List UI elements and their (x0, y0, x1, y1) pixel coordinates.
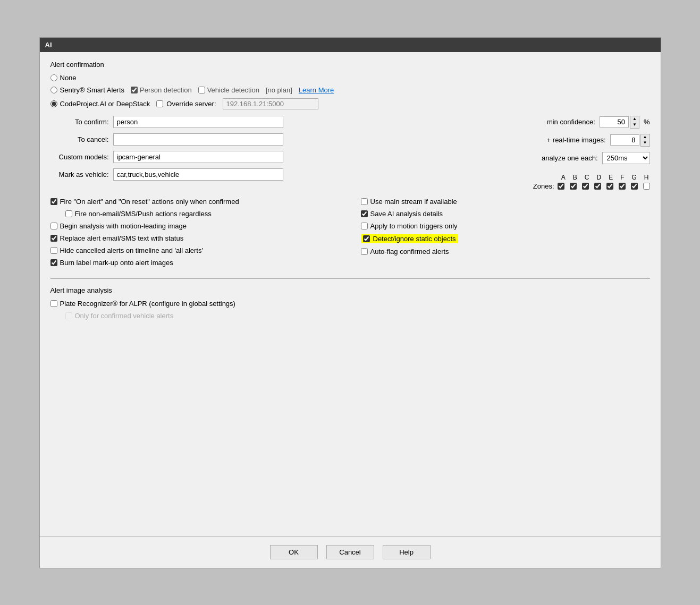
burn-label-row: Burn label mark-up onto alert images (50, 259, 340, 267)
custom-models-input[interactable] (113, 151, 283, 163)
override-server-label: Override server: (166, 100, 216, 108)
section-label-image: Alert image analysis (50, 286, 650, 294)
zone-g-checkbox[interactable] (631, 183, 638, 190)
fire-non-email-checkbox[interactable] (65, 210, 72, 217)
to-confirm-label: To confirm: (50, 118, 109, 126)
real-time-row: + real-time images: ▲ ▼ (361, 134, 650, 147)
codeproject-radio[interactable] (50, 100, 57, 107)
only-confirmed-text: Only for confirmed vehicle alerts (75, 312, 174, 320)
min-confidence-input[interactable] (600, 116, 629, 127)
begin-analysis-row: Begin analysis with motion-leading image (50, 222, 340, 230)
zone-letter-h: H (644, 174, 649, 181)
sentry-radio[interactable] (50, 87, 57, 93)
begin-analysis-label[interactable]: Begin analysis with motion-leading image (50, 222, 187, 230)
auto-flag-checkbox[interactable] (361, 248, 368, 255)
replace-alert-label[interactable]: Replace alert email/SMS text with status (50, 234, 184, 242)
mark-as-vehicle-input[interactable] (113, 168, 283, 181)
custom-models-row: Custom models: (50, 151, 340, 163)
zones-checkboxes (558, 183, 650, 190)
zone-letter-g: G (631, 174, 636, 181)
burn-label-label[interactable]: Burn label mark-up onto alert images (50, 259, 173, 267)
zone-a-checkbox[interactable] (558, 183, 564, 190)
detect-ignore-checkbox[interactable] (363, 235, 370, 242)
real-time-label: + real-time images: (547, 136, 606, 144)
real-time-spinner-buttons: ▲ ▼ (640, 134, 650, 147)
zone-letter-a: A (561, 174, 566, 181)
use-main-stream-checkbox[interactable] (361, 198, 368, 205)
detect-ignore-text: Detect/ignore static objects (373, 235, 456, 243)
to-cancel-input[interactable] (113, 133, 283, 146)
ok-button[interactable]: OK (270, 545, 318, 559)
fire-non-email-text: Fire non-email/SMS/Push actions regardle… (75, 210, 212, 218)
learn-more-link[interactable]: Learn More (299, 86, 334, 94)
only-confirmed-label[interactable]: Only for confirmed vehicle alerts (65, 312, 174, 320)
dialog-title: AI (45, 41, 52, 49)
zone-letter-e: E (609, 174, 613, 181)
replace-alert-row: Replace alert email/SMS text with status (50, 234, 340, 242)
zone-letter-d: D (596, 174, 601, 181)
codeproject-radio-label[interactable]: CodeProject.AI or DeepStack (50, 100, 150, 108)
sentry-radio-label[interactable]: Sentry® Smart Alerts (50, 86, 125, 94)
detect-ignore-highlight: Detect/ignore static objects (361, 234, 458, 243)
person-detection-checkbox[interactable] (131, 87, 138, 93)
burn-label-text: Burn label mark-up onto alert images (60, 259, 173, 267)
none-radio[interactable] (50, 74, 57, 81)
hide-cancelled-checkbox[interactable] (50, 247, 57, 254)
zone-e-checkbox[interactable] (606, 183, 613, 190)
plan-tag: [no plan] (266, 86, 292, 94)
apply-motion-row: Apply to motion triggers only (361, 222, 650, 230)
mark-as-vehicle-row: Mark as vehicle: (50, 168, 340, 181)
fire-non-email-label[interactable]: Fire non-email/SMS/Push actions regardle… (65, 210, 212, 218)
min-confidence-spinner: ▲ ▼ (600, 116, 639, 129)
fire-on-alert-row: Fire "On alert" and "On reset" actions o… (50, 198, 340, 206)
dialog-footer: OK Cancel Help (40, 536, 661, 568)
save-ai-label[interactable]: Save AI analysis details (361, 210, 443, 218)
zone-d-checkbox[interactable] (594, 183, 601, 190)
analyze-label: analyze one each: (542, 154, 598, 162)
vehicle-detection-checkbox[interactable] (198, 87, 205, 93)
plate-recognizer-checkbox[interactable] (50, 300, 57, 307)
zone-h-checkbox[interactable] (643, 183, 650, 190)
plate-recognizer-text: Plate Recognizer® for ALPR (configure in… (60, 300, 235, 308)
only-confirmed-checkbox[interactable] (65, 312, 72, 319)
override-server-checkbox[interactable] (156, 100, 163, 107)
apply-motion-label[interactable]: Apply to motion triggers only (361, 222, 458, 230)
zone-c-checkbox[interactable] (582, 183, 589, 190)
hide-cancelled-label[interactable]: Hide cancelled alerts on timeline and 'a… (50, 246, 203, 254)
real-time-down-btn[interactable]: ▼ (641, 140, 650, 146)
min-confidence-spinner-buttons: ▲ ▼ (630, 116, 639, 129)
analyze-row: analyze one each: 250ms 500ms 1000ms (361, 152, 650, 164)
burn-label-checkbox[interactable] (50, 259, 57, 266)
use-main-stream-row: Use main stream if available (361, 198, 650, 206)
vehicle-detection-label[interactable]: Vehicle detection (198, 86, 259, 94)
hide-cancelled-text: Hide cancelled alerts on timeline and 'a… (60, 246, 203, 254)
begin-analysis-checkbox[interactable] (50, 223, 57, 229)
section-divider (50, 278, 650, 279)
zone-b-checkbox[interactable] (570, 183, 577, 190)
detect-ignore-row: Detect/ignore static objects (361, 234, 650, 243)
server-input[interactable] (223, 98, 318, 109)
sentry-row: Sentry® Smart Alerts Person detection Ve… (50, 86, 650, 94)
fire-on-alert-label[interactable]: Fire "On alert" and "On reset" actions o… (50, 198, 239, 206)
min-confidence-up-btn[interactable]: ▲ (630, 116, 639, 122)
use-main-stream-label[interactable]: Use main stream if available (361, 198, 457, 206)
real-time-up-btn[interactable]: ▲ (641, 134, 650, 140)
cancel-button[interactable]: Cancel (326, 545, 374, 559)
apply-motion-checkbox[interactable] (361, 223, 368, 229)
save-ai-checkbox[interactable] (361, 210, 368, 217)
analyze-select[interactable]: 250ms 500ms 1000ms (602, 152, 650, 164)
zone-f-checkbox[interactable] (619, 183, 626, 190)
min-confidence-down-btn[interactable]: ▼ (630, 122, 639, 128)
mark-as-vehicle-label: Mark as vehicle: (50, 171, 109, 178)
min-confidence-label: min confidence: (547, 118, 595, 126)
real-time-input[interactable] (610, 134, 639, 146)
right-checks: Use main stream if available Save AI ana… (361, 198, 650, 271)
replace-alert-checkbox[interactable] (50, 235, 57, 242)
plate-recognizer-label[interactable]: Plate Recognizer® for ALPR (configure in… (50, 300, 235, 308)
to-confirm-input[interactable] (113, 116, 283, 128)
none-radio-label[interactable]: None (50, 74, 77, 82)
fire-on-alert-checkbox[interactable] (50, 198, 57, 205)
help-button[interactable]: Help (383, 545, 431, 559)
auto-flag-label[interactable]: Auto-flag confirmed alerts (361, 248, 449, 255)
person-detection-label[interactable]: Person detection (131, 86, 192, 94)
